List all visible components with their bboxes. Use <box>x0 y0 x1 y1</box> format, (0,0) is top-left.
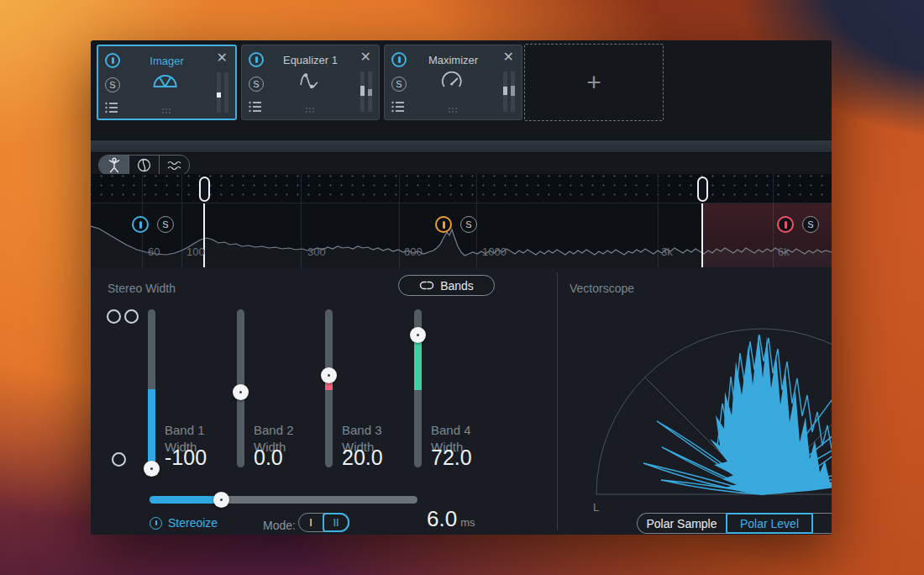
left-channel-label: L <box>593 501 599 514</box>
stick-figure-icon <box>107 157 122 173</box>
maximizer-module-icon <box>439 71 463 92</box>
module-meters <box>217 72 228 113</box>
module-title: Equalizer 1 <box>242 54 379 66</box>
header-strip <box>91 140 832 153</box>
main-panel: Stereo Width Bands Band 1Width -100 Band… <box>91 267 832 535</box>
polar-sample-button[interactable]: Polar Sample <box>638 514 726 533</box>
stereoize-toggle[interactable]: Stereoize <box>150 516 218 530</box>
link-icon <box>419 280 434 291</box>
view-mode-soundfield-button[interactable] <box>99 156 129 175</box>
mode-2-button[interactable]: II <box>323 513 349 532</box>
band2-width-handle[interactable] <box>233 384 249 400</box>
crossover-handle-2[interactable] <box>697 177 708 202</box>
add-module-button[interactable]: + <box>524 44 664 121</box>
band2-width-value[interactable]: 0.0 <box>254 446 283 470</box>
close-icon[interactable]: ✕ <box>503 49 514 65</box>
equalizer-module-icon <box>299 71 319 93</box>
delay-value[interactable]: 6.0 <box>427 506 457 532</box>
solo-icon[interactable]: S <box>391 76 407 92</box>
solo-icon[interactable]: S <box>249 76 264 92</box>
freq-label: 600 <box>404 245 423 258</box>
module-title: Maximizer <box>385 54 522 66</box>
band4-width-fill <box>414 340 422 390</box>
freq-label: 3k <box>661 245 673 258</box>
crossover-handle-1[interactable] <box>199 177 210 202</box>
preset-list-icon[interactable] <box>391 101 405 116</box>
stereoize-mode-switch: I II <box>298 513 349 532</box>
stereoize-handle[interactable] <box>213 492 229 508</box>
freq-label: 1000 <box>482 245 507 258</box>
module-meters <box>503 71 515 112</box>
module-meters <box>360 71 372 112</box>
band1-width-slider[interactable] <box>148 309 155 467</box>
mono-scale-icon <box>112 452 126 470</box>
band3-power-icon[interactable] <box>435 216 452 233</box>
band4-width-value[interactable]: 72.0 <box>431 446 472 470</box>
freq-label: 300 <box>307 245 326 258</box>
drag-handle-icon[interactable] <box>449 108 459 114</box>
band4-solo-icon[interactable]: S <box>802 216 819 233</box>
module-title: Imager <box>98 55 235 67</box>
solo-icon[interactable]: S <box>105 77 120 92</box>
plus-icon: + <box>586 68 601 97</box>
bands-link-button[interactable]: Bands <box>398 275 495 296</box>
stereoize-delay: 6.0 ms <box>427 506 475 532</box>
module-card-equalizer[interactable]: Equalizer 1 ✕ S <box>241 45 380 120</box>
crossover-line <box>701 203 703 267</box>
plugin-window: Imager ✕ S Equalizer 1 ✕ S <box>91 40 832 535</box>
view-mode-waveform-button[interactable] <box>159 156 189 175</box>
freq-label: 60 <box>148 245 160 258</box>
stereoize-power-icon <box>150 517 162 530</box>
band4-width-handle[interactable] <box>410 327 426 343</box>
band3-width-handle[interactable] <box>321 367 337 383</box>
stereoize-slider[interactable] <box>150 496 417 504</box>
band4-power-icon[interactable] <box>777 216 794 233</box>
band1-width-fill <box>148 389 155 467</box>
view-mode-toolbar <box>98 155 190 176</box>
wide-scale-icon <box>107 309 139 324</box>
freq-label: 100 <box>186 245 205 258</box>
band1-solo-icon[interactable]: S <box>157 216 174 233</box>
freq-label: 6k <box>778 245 790 258</box>
bands-button-label: Bands <box>440 279 474 293</box>
module-card-imager[interactable]: Imager ✕ S <box>97 45 237 120</box>
vectorscope-view-switch: Polar Sample Polar Level <box>637 513 832 534</box>
mode-1-button[interactable]: I <box>299 514 323 531</box>
preset-list-icon[interactable] <box>105 102 118 117</box>
crossover-spectrum-display: S S S 60 100 300 600 1000 3k 6k <box>91 174 832 267</box>
delay-unit: ms <box>460 516 475 529</box>
band1-width-handle[interactable] <box>144 461 160 477</box>
stereoize-fill <box>150 496 221 504</box>
band3-width-slider[interactable] <box>325 309 333 467</box>
polar-sine-icon <box>136 157 152 173</box>
band3-width-value[interactable]: 20.0 <box>342 446 383 470</box>
preset-list-icon[interactable] <box>249 101 262 116</box>
polar-level-button[interactable]: Polar Level <box>726 513 813 534</box>
close-icon[interactable]: ✕ <box>360 49 371 65</box>
mode-label: Mode: <box>263 519 296 532</box>
close-icon[interactable]: ✕ <box>217 50 228 66</box>
band1-width-value[interactable]: -100 <box>165 446 207 470</box>
waves-icon <box>166 160 183 171</box>
imager-module-icon <box>152 72 177 92</box>
stereo-width-title: Stereo Width <box>108 282 176 295</box>
band3-solo-icon[interactable]: S <box>460 216 477 233</box>
stereoize-label: Stereoize <box>168 516 218 530</box>
band1-power-icon[interactable] <box>132 216 149 233</box>
module-card-maximizer[interactable]: Maximizer ✕ S <box>384 45 522 120</box>
drag-handle-icon[interactable] <box>306 108 316 114</box>
view-mode-polar-sample-button[interactable] <box>129 156 159 175</box>
vectorscope-display <box>558 267 832 535</box>
drag-handle-icon[interactable] <box>162 108 172 115</box>
